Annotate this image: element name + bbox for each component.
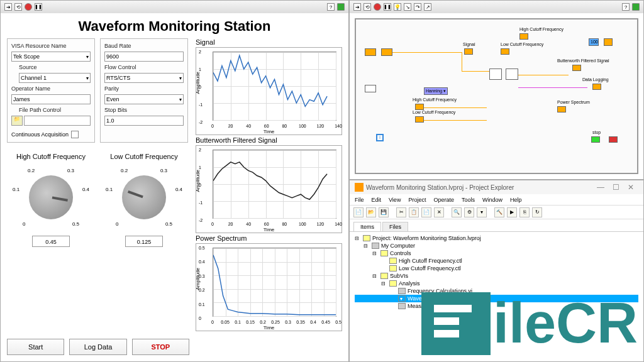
flow-select[interactable]: RTS/CTS [104,73,184,83]
tree-item-selected[interactable]: Waveform Analysis.vi [355,295,638,302]
ps-node[interactable] [557,106,566,112]
stop-bits-label: Stop Bits [104,107,184,113]
tree-item[interactable]: Low Cutoff Frequency.ctl [355,265,638,272]
signal-node[interactable] [464,48,473,55]
menu-window[interactable]: Window [482,197,502,203]
build-icon[interactable]: 🔨 [494,207,504,217]
refresh-icon[interactable]: ↻ [532,207,542,217]
source-select[interactable]: Channel 1 [19,73,91,83]
stop-button[interactable]: STOP [132,339,189,355]
cut-icon[interactable]: ✂ [396,207,406,217]
lc-node[interactable] [501,48,509,55]
new-icon[interactable]: 📄 [353,207,364,217]
open-icon[interactable]: 📂 [366,207,376,217]
tab-items[interactable]: Items [353,222,381,231]
resolve-icon[interactable]: ▾ [477,207,487,217]
project-explorer-toolbar: 📄 📂 💾 ✂ 📋 📄 ✕ 🔍 ⚙ ▾ 🔨 ▶ ⎘ ↻ [350,206,643,219]
file-path-input[interactable] [24,116,91,126]
delete-icon[interactable]: ✕ [434,207,444,217]
abort-icon[interactable] [374,3,381,11]
tree-item[interactable]: High Cutoff Frequency.ctl [355,257,638,265]
pause-icon[interactable] [35,3,42,11]
step-out-icon[interactable]: ↗ [424,3,431,11]
menu-file[interactable]: File [355,197,364,203]
save-icon[interactable]: 💾 [379,207,389,217]
labview-icon [355,183,364,192]
high-cutoff-value[interactable]: 0.45 [32,236,70,247]
find-icon[interactable]: 🔍 [452,207,462,217]
low-cutoff-value[interactable]: 0.125 [125,236,163,247]
menu-tools[interactable]: Tools [462,197,475,203]
bf-node[interactable] [572,65,581,71]
chart-title: Power Spectrum [196,234,342,242]
hc-node[interactable] [519,33,528,40]
props-icon[interactable]: ⚙ [464,207,474,217]
deploy-icon[interactable]: ▶ [507,207,517,217]
minimize-icon[interactable]: — [593,183,608,192]
continuous-acq-checkbox[interactable] [71,131,79,138]
iteration-node[interactable]: i [376,134,384,141]
vi-icon[interactable] [337,3,345,11]
block-diagram[interactable]: High Cutoff Frequency Signal Low Cutoff … [355,18,638,174]
terminal-node[interactable] [381,48,392,56]
step-over-icon[interactable]: ↷ [414,3,421,11]
wait-node[interactable] [604,38,613,46]
visa-resource-select[interactable]: Tek Scope [11,52,91,62]
menu-help[interactable]: Help [510,197,522,203]
run-icon[interactable]: ➔ [353,3,361,11]
low-cutoff-label: Low Cutoff Frequency [100,153,188,160]
log-data-button[interactable]: Log Data [69,339,126,355]
baud-input[interactable] [104,52,184,62]
terminal-node[interactable] [365,85,376,92]
copy-icon[interactable]: 📋 [409,207,419,217]
filter-icon[interactable]: ⎘ [519,207,530,217]
tree-item[interactable]: Frequency Calculations.vi [355,287,638,295]
terminal-node[interactable] [365,48,376,56]
app-title: Waveform Monitoring Station [1,13,348,38]
vi-icon[interactable] [632,3,640,11]
menu-project[interactable]: Project [408,197,426,203]
step-icon[interactable]: ↘ [404,3,411,11]
menu-edit[interactable]: Edit [372,197,382,203]
menu-view[interactable]: View [389,197,401,203]
start-button[interactable]: Start [7,339,64,355]
help-icon[interactable]: ? [327,3,335,11]
tab-files[interactable]: Files [382,222,408,231]
tree-item[interactable]: Measurement.vi [355,302,638,310]
tree-subvis-folder[interactable]: ⊟SubVIs [355,272,638,280]
hc2-node[interactable] [415,104,424,110]
stop-bits-input[interactable] [104,116,184,126]
continuous-run-icon[interactable]: ⟲ [364,3,371,11]
maximize-icon[interactable]: ☐ [608,183,623,192]
tree-controls-folder[interactable]: ⊟Controls [355,250,638,257]
low-cutoff-knob[interactable]: 0 0.1 0.2 0.3 0.4 0.5 [109,163,179,232]
abort-icon[interactable] [25,3,32,11]
file-browse-icon[interactable]: 📁 [11,116,23,126]
tree-project-root[interactable]: ⊟Project: Waveform Monitoring Station.lv… [355,234,638,242]
subvi-node[interactable] [506,69,518,80]
dl-node[interactable] [592,84,601,90]
continuous-run-icon[interactable]: ⟲ [14,3,22,11]
stop-node[interactable] [591,136,600,143]
tree-analysis-folder[interactable]: ⊟Analysis [355,280,638,287]
paste-icon[interactable]: 📄 [421,207,431,217]
help-icon[interactable]: ? [622,3,630,11]
pause-icon[interactable] [384,3,391,11]
menu-operate[interactable]: Operate [433,197,454,203]
close-icon[interactable]: ✕ [623,183,638,192]
chart-0: -2-1012020406080100120140AmplitudeTime [196,47,342,135]
parity-select[interactable]: Even [104,94,184,104]
numeric-node[interactable]: 100 [589,38,599,46]
high-cutoff-knob[interactable]: 0 0.1 0.2 0.3 0.4 0.5 [16,163,86,232]
stop-loop-node[interactable] [609,136,618,143]
visa-config-panel: VISA Resource Name Tek Scope Source Chan… [7,38,95,143]
highlight-icon[interactable]: 💡 [394,3,401,11]
chart-2: 00.10.20.30.40.500.050.10.150.20.250.30.… [196,243,342,331]
source-label: Source [11,64,91,70]
hanning-node[interactable]: Hanning ▾ [424,87,448,95]
tree-my-computer[interactable]: ⊟My Computer [355,242,638,250]
lc2-node[interactable] [415,116,424,123]
run-icon[interactable]: ➔ [4,3,12,11]
operator-input[interactable] [11,94,91,104]
subvi-node[interactable] [489,69,502,80]
